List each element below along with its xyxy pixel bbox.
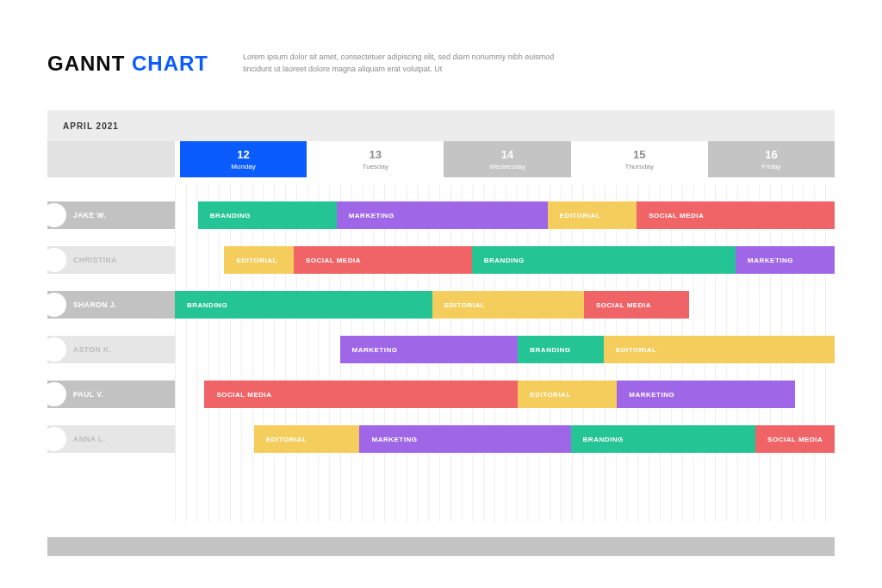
person-name: CHRISTINA: [73, 256, 117, 264]
month-label: APRIL 2021: [47, 110, 835, 141]
person-row[interactable]: JAKE W.: [47, 201, 175, 229]
task-bar[interactable]: BRANDING: [175, 291, 432, 319]
task-bar[interactable]: BRANDING: [571, 425, 755, 453]
task-bar[interactable]: SOCIAL MEDIA: [294, 246, 472, 274]
person-name: PAUL V.: [73, 390, 103, 399]
task-bar[interactable]: SOCIAL MEDIA: [637, 201, 835, 229]
task-bar[interactable]: BRANDING: [518, 336, 604, 363]
task-bar[interactable]: MARKETING: [736, 246, 835, 274]
person-row[interactable]: ASTON K.: [47, 336, 175, 363]
task-row: BRANDINGEDITORIALSOCIAL MEDIA: [175, 291, 835, 319]
task-bar[interactable]: SOCIAL MEDIA: [584, 291, 690, 319]
person-name: SHARON J.: [73, 300, 117, 309]
day-name: Thursday: [625, 163, 654, 170]
person-name: JAKE W.: [73, 211, 106, 220]
task-bar[interactable]: MARKETING: [617, 381, 795, 408]
person-row[interactable]: CHRISTINA: [47, 246, 175, 274]
day-name: Wednesday: [489, 163, 525, 170]
task-bar[interactable]: MARKETING: [359, 425, 570, 453]
task-bar[interactable]: EDITORIAL: [604, 336, 835, 363]
avatar: [42, 293, 66, 317]
person-name: ANNA L.: [73, 435, 106, 443]
title-part-a: GANNT: [47, 52, 125, 75]
title-part-b: CHART: [132, 52, 208, 75]
day-number: 15: [633, 148, 645, 161]
task-bar[interactable]: SOCIAL MEDIA: [755, 425, 835, 453]
task-bars: BRANDINGMARKETINGEDITORIALSOCIAL MEDIAED…: [175, 184, 835, 522]
person-row[interactable]: SHARON J.: [47, 291, 175, 319]
day-cell[interactable]: 12Monday: [175, 141, 307, 177]
avatar: [42, 427, 66, 451]
footer-bar: [47, 537, 835, 556]
header: GANNT CHART Lorem ipsum dolor sit amet, …: [47, 52, 835, 76]
task-bar[interactable]: SOCIAL MEDIA: [204, 381, 518, 408]
task-bar[interactable]: EDITORIAL: [432, 291, 584, 319]
task-bar[interactable]: BRANDING: [472, 246, 736, 274]
day-header-row: 12Monday13Tuesday14Wednesday15Thursday16…: [47, 141, 835, 177]
chart: APRIL 2021 12Monday13Tuesday14Wednesday1…: [47, 110, 835, 556]
person-name: ASTON K.: [73, 345, 111, 354]
task-bar[interactable]: EDITORIAL: [224, 246, 293, 274]
people-column: JAKE W.CHRISTINASHARON J.ASTON K.PAUL V.…: [47, 184, 175, 522]
avatar: [42, 203, 66, 227]
day-cell[interactable]: 15Thursday: [571, 141, 703, 177]
day-number: 12: [237, 148, 249, 161]
task-row: SOCIAL MEDIAEDITORIALMARKETING: [175, 381, 835, 408]
day-number: 13: [370, 148, 382, 161]
task-bar[interactable]: EDITORIAL: [254, 425, 360, 453]
task-bar[interactable]: MARKETING: [340, 336, 519, 363]
task-row: EDITORIALSOCIAL MEDIABRANDINGMARKETING: [175, 246, 835, 274]
task-row: BRANDINGMARKETINGEDITORIALSOCIAL MEDIA: [175, 201, 835, 229]
day-number: 16: [765, 148, 777, 161]
day-cell[interactable]: 13Tuesday: [307, 141, 438, 177]
task-bar[interactable]: BRANDING: [198, 201, 337, 229]
avatar: [42, 382, 66, 406]
day-name: Friday: [761, 163, 780, 170]
day-number: 14: [501, 148, 513, 161]
grid-area: BRANDINGMARKETINGEDITORIALSOCIAL MEDIAED…: [175, 184, 835, 522]
task-bar[interactable]: MARKETING: [337, 201, 548, 229]
page: GANNT CHART Lorem ipsum dolor sit amet, …: [0, 0, 882, 556]
day-name: Monday: [231, 163, 255, 170]
task-row: EDITORIALMARKETINGBRANDINGSOCIAL MEDIA: [175, 425, 835, 453]
day-name: Tuesday: [363, 163, 388, 170]
task-bar[interactable]: EDITORIAL: [548, 201, 637, 229]
day-spacer: [47, 141, 175, 177]
task-bar[interactable]: EDITORIAL: [518, 381, 617, 408]
chart-body: JAKE W.CHRISTINASHARON J.ASTON K.PAUL V.…: [47, 184, 835, 522]
task-row: MARKETINGBRANDINGEDITORIAL: [175, 336, 835, 363]
person-row[interactable]: PAUL V.: [47, 381, 175, 408]
title: GANNT CHART: [47, 52, 208, 76]
avatar: [42, 248, 66, 272]
day-cell[interactable]: 16Friday: [703, 141, 835, 177]
days-wrap: 12Monday13Tuesday14Wednesday15Thursday16…: [175, 141, 835, 177]
day-cell[interactable]: 14Wednesday: [438, 141, 570, 177]
person-row[interactable]: ANNA L.: [47, 425, 175, 453]
avatar: [42, 337, 66, 362]
description: Lorem ipsum dolor sit amet, consectetuer…: [243, 52, 570, 75]
